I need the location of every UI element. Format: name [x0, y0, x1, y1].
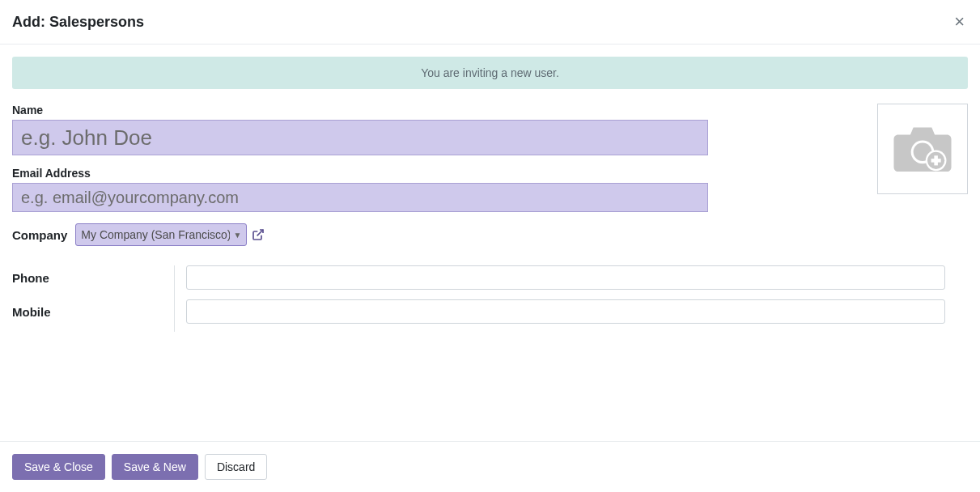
external-link-icon	[252, 228, 265, 241]
modal-body: You are inviting a new user. Name Email …	[0, 45, 980, 346]
save-new-button[interactable]: Save & New	[112, 454, 198, 480]
svg-rect-6	[931, 159, 941, 163]
chevron-down-icon: ▼	[233, 231, 241, 240]
save-close-button[interactable]: Save & Close	[12, 454, 105, 480]
phone-input[interactable]	[186, 265, 945, 290]
avatar-upload[interactable]	[877, 104, 968, 194]
external-link-button[interactable]	[252, 228, 265, 241]
name-input[interactable]	[12, 120, 708, 155]
mobile-input[interactable]	[186, 299, 945, 324]
info-banner: You are inviting a new user.	[12, 57, 968, 89]
email-label: Email Address	[12, 167, 861, 180]
camera-add-icon	[891, 121, 954, 176]
discard-button[interactable]: Discard	[205, 454, 267, 480]
name-label: Name	[12, 104, 861, 117]
company-select-value: My Company (San Francisco)	[81, 228, 230, 241]
modal-header: Add: Salespersons ×	[0, 0, 980, 45]
form-top: Name Email Address Company My Company (S…	[12, 104, 968, 246]
company-select-wrap: My Company (San Francisco) ▼	[75, 223, 265, 246]
svg-line-0	[257, 230, 263, 235]
phone-label: Phone	[12, 271, 174, 285]
phone-row: Phone	[12, 265, 968, 290]
name-field-block: Name	[12, 104, 861, 155]
contact-section: Phone Mobile	[12, 265, 968, 324]
company-select[interactable]: My Company (San Francisco) ▼	[75, 223, 247, 246]
modal-title: Add: Salespersons	[12, 14, 144, 31]
email-input[interactable]	[12, 183, 708, 212]
divider	[174, 265, 175, 332]
email-field-block: Email Address	[12, 167, 861, 212]
company-row: Company My Company (San Francisco) ▼	[12, 223, 861, 246]
phone-section: Phone Mobile	[12, 265, 968, 324]
close-button[interactable]: ×	[951, 13, 968, 31]
mobile-label: Mobile	[12, 305, 174, 319]
form-left: Name Email Address Company My Company (S…	[12, 104, 861, 246]
mobile-row: Mobile	[12, 299, 968, 324]
close-icon: ×	[954, 11, 965, 32]
company-label: Company	[12, 228, 67, 242]
modal-footer: Save & Close Save & New Discard	[0, 441, 980, 492]
